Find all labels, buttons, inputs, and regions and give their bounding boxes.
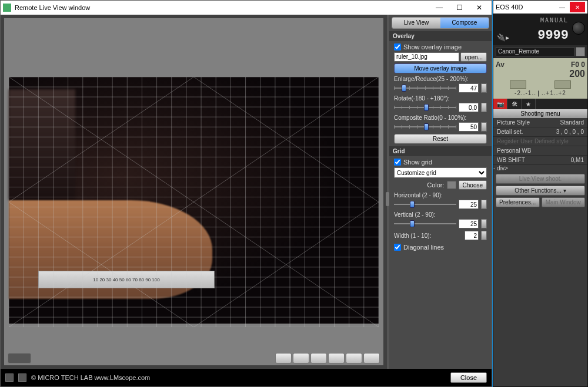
- overlay-open-button[interactable]: open...: [460, 52, 487, 62]
- live-view-shoot-button: Live View shoot.: [496, 174, 585, 184]
- diagonal-input[interactable]: [394, 244, 401, 251]
- overlay-file-field[interactable]: ruler_10.jpg: [394, 52, 459, 62]
- rlv-titlebar[interactable]: Remote Live View window — ☐ ✕: [1, 1, 492, 15]
- panel-resize-handle[interactable]: [387, 15, 389, 369]
- power-icon: 🔌▸: [497, 33, 509, 42]
- grid-vert-label: Vertical (2 - 90):: [394, 211, 487, 218]
- tab-tools-icon[interactable]: 🛠: [507, 99, 522, 109]
- quality-icon[interactable]: [510, 80, 526, 89]
- grid-color-choose[interactable]: Choose: [459, 180, 487, 190]
- close-button[interactable]: ✕: [469, 2, 489, 14]
- rotate-spinner[interactable]: [481, 103, 487, 112]
- record-indicator[interactable]: [8, 353, 31, 364]
- footer-close-button[interactable]: Close: [450, 372, 487, 383]
- show-overlay-checkbox[interactable]: Show overlay image: [394, 43, 487, 51]
- enlarge-label: Enlarge/Reduce(25 - 200%):: [394, 76, 487, 82]
- minimize-button[interactable]: —: [429, 2, 449, 14]
- main-window-button: Main Window: [542, 197, 586, 207]
- enlarge-slider[interactable]: [394, 84, 456, 92]
- status-icon-1[interactable]: [5, 373, 14, 382]
- actual-size-button[interactable]: [328, 353, 345, 364]
- move-overlay-button[interactable]: Move overlay image: [394, 63, 487, 73]
- diagonal-checkbox[interactable]: Diagonal lines: [394, 244, 487, 251]
- shooting-menu-header: Shooting menu: [493, 109, 587, 118]
- grid-width-spinner[interactable]: [481, 231, 487, 240]
- lcd-top: 🔌▸ MANUAL 9999: [493, 14, 587, 45]
- row-register-style: Register User Defined style: [493, 137, 587, 146]
- f-value: F0 0: [571, 60, 585, 69]
- eos-title: EOS 40D: [496, 4, 523, 11]
- shots-remaining: 9999: [537, 28, 569, 43]
- grid-header: Grid: [389, 146, 492, 156]
- ratio-spinner[interactable]: [481, 122, 487, 132]
- tab-live-view[interactable]: Live View: [392, 18, 440, 28]
- preferences-button[interactable]: Preferences...: [496, 197, 540, 207]
- lcd-mid[interactable]: AvF0 0 200 -2..-1..❙..+1..+2: [493, 58, 587, 99]
- rotate-slider[interactable]: [394, 103, 456, 112]
- tab-star-icon[interactable]: ★: [522, 99, 536, 109]
- rlv-title: Remote Live View window: [15, 4, 90, 11]
- grid-color-label: Color:: [427, 181, 444, 189]
- save-preset-icon[interactable]: [576, 47, 585, 56]
- status-icon-2[interactable]: [18, 373, 26, 382]
- preview-toolbar: [4, 351, 383, 365]
- grid-vert-spinner[interactable]: [481, 219, 487, 228]
- tab-camera-icon[interactable]: 📷: [493, 99, 507, 109]
- row-personal-wb[interactable]: Personal WB: [493, 146, 587, 156]
- grid-vert-value[interactable]: [459, 219, 479, 228]
- show-grid-checkbox[interactable]: Show grid: [394, 159, 487, 166]
- grid-horiz-spinner[interactable]: [481, 200, 487, 209]
- row-wb-shift[interactable]: WB SHIFT0,M1: [493, 156, 587, 165]
- zoom-button[interactable]: [363, 353, 380, 364]
- grid-width-label: Width (1 - 10):: [394, 233, 462, 239]
- grid-width-value[interactable]: [465, 231, 479, 240]
- show-grid-input[interactable]: [394, 159, 401, 166]
- overlay-reset-button[interactable]: Reset: [394, 134, 487, 144]
- show-overlay-label: Show overlay image: [403, 43, 462, 51]
- histogram-button[interactable]: [346, 353, 362, 364]
- rotate-cw-button[interactable]: [293, 353, 309, 364]
- grid-color-swatch[interactable]: [447, 181, 456, 189]
- eos-window: EOS 40D — ✕ 🔌▸ MANUAL 9999 Canon_Remote …: [493, 0, 588, 387]
- grid-horiz-slider[interactable]: [394, 200, 456, 208]
- row-picture-style[interactable]: Picture StyleStandard: [493, 118, 587, 127]
- grid-mode-select[interactable]: Customize grid: [394, 167, 487, 178]
- grid-vert-slider[interactable]: [394, 220, 456, 228]
- tab-compose[interactable]: Compose: [440, 18, 489, 28]
- mode-dial[interactable]: [572, 22, 585, 35]
- maximize-button[interactable]: ☐: [449, 2, 469, 14]
- ratio-slider[interactable]: [394, 123, 456, 131]
- drive-icon[interactable]: [554, 80, 571, 89]
- other-functions-button[interactable]: Other Functions...: [496, 186, 585, 196]
- preview-area: 10 20 30 40 50 60 70 80 90 100: [1, 15, 387, 369]
- shooting-menu: Picture StyleStandard Detail set.3 , 0 ,…: [493, 118, 587, 210]
- av-label: Av: [496, 60, 505, 69]
- copyright-text: © MICRO TECH LAB www.LMscope.com: [31, 374, 150, 381]
- eos-minimize-button[interactable]: —: [554, 2, 570, 12]
- row-detail-set[interactable]: Detail set.3 , 0 , 0 , 0: [493, 127, 587, 137]
- show-overlay-input[interactable]: [394, 43, 401, 51]
- app-icon: [3, 4, 11, 12]
- eos-close-button[interactable]: ✕: [570, 2, 585, 12]
- live-image: 10 20 30 40 50 60 70 80 90 100: [9, 77, 379, 324]
- mode-tabs: Live View Compose: [392, 17, 489, 29]
- grid-horiz-value[interactable]: [459, 200, 479, 209]
- overlay-header: Overlay: [389, 31, 492, 41]
- grid-overlay: [9, 77, 379, 327]
- iso-value: 200: [496, 69, 585, 79]
- enlarge-spinner[interactable]: [481, 83, 487, 93]
- status-bar: © MICRO TECH LAB www.LMscope.com Close: [1, 369, 492, 386]
- ratio-label: Composite Ratio(0 - 100%):: [394, 115, 487, 121]
- rotate-ccw-button[interactable]: [275, 353, 292, 364]
- fit-button[interactable]: [310, 353, 327, 364]
- remote-live-view-window: Remote Live View window — ☐ ✕ 10 20 30 4…: [0, 0, 492, 387]
- show-grid-label: Show grid: [403, 159, 432, 166]
- eos-titlebar[interactable]: EOS 40D — ✕: [493, 1, 587, 14]
- preset-name[interactable]: Canon_Remote: [496, 47, 574, 56]
- enlarge-value[interactable]: [459, 83, 479, 93]
- rotate-label: Rotate(-180 - +180°):: [394, 95, 487, 102]
- rotate-value[interactable]: [459, 103, 479, 112]
- exposure-comp-scale[interactable]: -2..-1..❙..+1..+2: [496, 90, 585, 96]
- preview-frame[interactable]: 10 20 30 40 50 60 70 80 90 100: [4, 18, 383, 351]
- ratio-value[interactable]: [459, 122, 479, 132]
